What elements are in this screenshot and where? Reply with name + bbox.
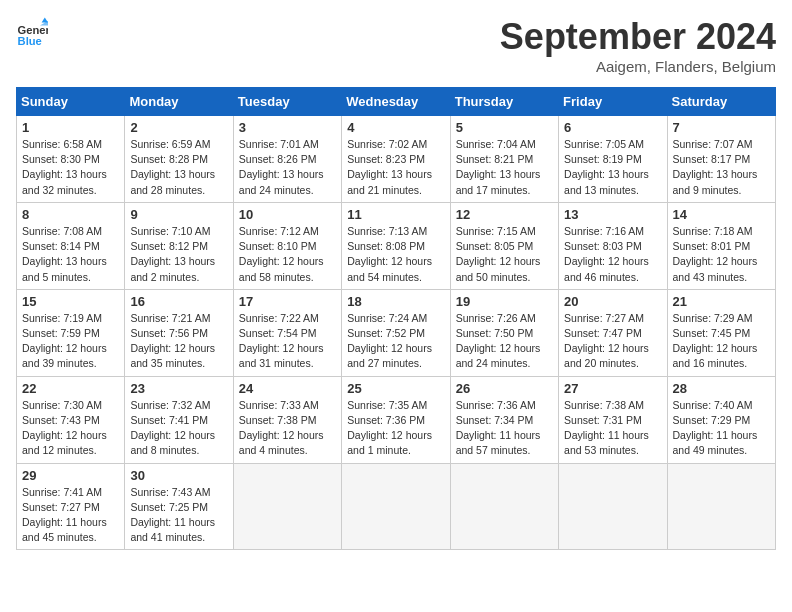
day-info: Sunrise: 6:58 AMSunset: 8:30 PMDaylight:…: [22, 138, 107, 196]
day-cell-1: 1Sunrise: 6:58 AMSunset: 8:30 PMDaylight…: [17, 116, 125, 203]
day-cell-29: 29Sunrise: 7:41 AMSunset: 7:27 PMDayligh…: [17, 463, 125, 550]
day-info: Sunrise: 7:30 AMSunset: 7:43 PMDaylight:…: [22, 399, 107, 457]
day-info: Sunrise: 7:08 AMSunset: 8:14 PMDaylight:…: [22, 225, 107, 283]
header-friday: Friday: [559, 88, 667, 116]
day-cell-3: 3Sunrise: 7:01 AMSunset: 8:26 PMDaylight…: [233, 116, 341, 203]
day-cell-27: 27Sunrise: 7:38 AMSunset: 7:31 PMDayligh…: [559, 376, 667, 463]
day-info: Sunrise: 7:12 AMSunset: 8:10 PMDaylight:…: [239, 225, 324, 283]
day-number: 3: [239, 120, 336, 135]
day-cell-14: 14Sunrise: 7:18 AMSunset: 8:01 PMDayligh…: [667, 202, 775, 289]
day-info: Sunrise: 7:15 AMSunset: 8:05 PMDaylight:…: [456, 225, 541, 283]
week-row-1: 1Sunrise: 6:58 AMSunset: 8:30 PMDaylight…: [17, 116, 776, 203]
header-saturday: Saturday: [667, 88, 775, 116]
day-number: 27: [564, 381, 661, 396]
day-number: 21: [673, 294, 770, 309]
day-cell-11: 11Sunrise: 7:13 AMSunset: 8:08 PMDayligh…: [342, 202, 450, 289]
logo: General Blue: [16, 16, 48, 48]
day-cell-5: 5Sunrise: 7:04 AMSunset: 8:21 PMDaylight…: [450, 116, 558, 203]
day-info: Sunrise: 7:21 AMSunset: 7:56 PMDaylight:…: [130, 312, 215, 370]
day-info: Sunrise: 7:35 AMSunset: 7:36 PMDaylight:…: [347, 399, 432, 457]
week-row-4: 22Sunrise: 7:30 AMSunset: 7:43 PMDayligh…: [17, 376, 776, 463]
day-cell-10: 10Sunrise: 7:12 AMSunset: 8:10 PMDayligh…: [233, 202, 341, 289]
day-cell-13: 13Sunrise: 7:16 AMSunset: 8:03 PMDayligh…: [559, 202, 667, 289]
week-row-3: 15Sunrise: 7:19 AMSunset: 7:59 PMDayligh…: [17, 289, 776, 376]
day-cell-20: 20Sunrise: 7:27 AMSunset: 7:47 PMDayligh…: [559, 289, 667, 376]
day-cell-22: 22Sunrise: 7:30 AMSunset: 7:43 PMDayligh…: [17, 376, 125, 463]
day-number: 15: [22, 294, 119, 309]
day-info: Sunrise: 7:33 AMSunset: 7:38 PMDaylight:…: [239, 399, 324, 457]
weekday-header-row: Sunday Monday Tuesday Wednesday Thursday…: [17, 88, 776, 116]
day-number: 25: [347, 381, 444, 396]
day-cell-24: 24Sunrise: 7:33 AMSunset: 7:38 PMDayligh…: [233, 376, 341, 463]
day-cell-26: 26Sunrise: 7:36 AMSunset: 7:34 PMDayligh…: [450, 376, 558, 463]
header-thursday: Thursday: [450, 88, 558, 116]
day-cell-6: 6Sunrise: 7:05 AMSunset: 8:19 PMDaylight…: [559, 116, 667, 203]
empty-cell-4-6: [667, 463, 775, 550]
day-number: 23: [130, 381, 227, 396]
header-sunday: Sunday: [17, 88, 125, 116]
day-info: Sunrise: 7:02 AMSunset: 8:23 PMDaylight:…: [347, 138, 432, 196]
day-number: 9: [130, 207, 227, 222]
day-cell-21: 21Sunrise: 7:29 AMSunset: 7:45 PMDayligh…: [667, 289, 775, 376]
day-number: 24: [239, 381, 336, 396]
day-number: 1: [22, 120, 119, 135]
day-number: 26: [456, 381, 553, 396]
day-info: Sunrise: 7:22 AMSunset: 7:54 PMDaylight:…: [239, 312, 324, 370]
day-cell-19: 19Sunrise: 7:26 AMSunset: 7:50 PMDayligh…: [450, 289, 558, 376]
day-number: 2: [130, 120, 227, 135]
empty-cell-4-5: [559, 463, 667, 550]
day-cell-12: 12Sunrise: 7:15 AMSunset: 8:05 PMDayligh…: [450, 202, 558, 289]
day-number: 10: [239, 207, 336, 222]
calendar-table: Sunday Monday Tuesday Wednesday Thursday…: [16, 87, 776, 550]
day-number: 20: [564, 294, 661, 309]
day-cell-9: 9Sunrise: 7:10 AMSunset: 8:12 PMDaylight…: [125, 202, 233, 289]
day-number: 19: [456, 294, 553, 309]
day-number: 29: [22, 468, 119, 483]
day-number: 28: [673, 381, 770, 396]
day-info: Sunrise: 7:05 AMSunset: 8:19 PMDaylight:…: [564, 138, 649, 196]
header-monday: Monday: [125, 88, 233, 116]
day-info: Sunrise: 7:36 AMSunset: 7:34 PMDaylight:…: [456, 399, 541, 457]
day-info: Sunrise: 6:59 AMSunset: 8:28 PMDaylight:…: [130, 138, 215, 196]
page-header: General Blue September 2024 Aaigem, Flan…: [16, 16, 776, 75]
svg-text:Blue: Blue: [18, 35, 42, 47]
title-area: September 2024 Aaigem, Flanders, Belgium: [500, 16, 776, 75]
day-number: 17: [239, 294, 336, 309]
day-cell-8: 8Sunrise: 7:08 AMSunset: 8:14 PMDaylight…: [17, 202, 125, 289]
day-info: Sunrise: 7:16 AMSunset: 8:03 PMDaylight:…: [564, 225, 649, 283]
day-info: Sunrise: 7:01 AMSunset: 8:26 PMDaylight:…: [239, 138, 324, 196]
day-number: 4: [347, 120, 444, 135]
day-cell-30: 30Sunrise: 7:43 AMSunset: 7:25 PMDayligh…: [125, 463, 233, 550]
day-info: Sunrise: 7:43 AMSunset: 7:25 PMDaylight:…: [130, 486, 215, 544]
day-info: Sunrise: 7:41 AMSunset: 7:27 PMDaylight:…: [22, 486, 107, 544]
day-cell-17: 17Sunrise: 7:22 AMSunset: 7:54 PMDayligh…: [233, 289, 341, 376]
day-info: Sunrise: 7:40 AMSunset: 7:29 PMDaylight:…: [673, 399, 758, 457]
header-tuesday: Tuesday: [233, 88, 341, 116]
day-info: Sunrise: 7:13 AMSunset: 8:08 PMDaylight:…: [347, 225, 432, 283]
empty-cell-4-2: [233, 463, 341, 550]
empty-cell-4-3: [342, 463, 450, 550]
location: Aaigem, Flanders, Belgium: [500, 58, 776, 75]
empty-cell-4-4: [450, 463, 558, 550]
logo-icon: General Blue: [16, 16, 48, 48]
day-info: Sunrise: 7:18 AMSunset: 8:01 PMDaylight:…: [673, 225, 758, 283]
day-number: 13: [564, 207, 661, 222]
week-row-5: 29Sunrise: 7:41 AMSunset: 7:27 PMDayligh…: [17, 463, 776, 550]
day-number: 11: [347, 207, 444, 222]
day-number: 30: [130, 468, 227, 483]
day-info: Sunrise: 7:27 AMSunset: 7:47 PMDaylight:…: [564, 312, 649, 370]
week-row-2: 8Sunrise: 7:08 AMSunset: 8:14 PMDaylight…: [17, 202, 776, 289]
day-number: 7: [673, 120, 770, 135]
day-info: Sunrise: 7:10 AMSunset: 8:12 PMDaylight:…: [130, 225, 215, 283]
day-info: Sunrise: 7:07 AMSunset: 8:17 PMDaylight:…: [673, 138, 758, 196]
month-title: September 2024: [500, 16, 776, 58]
day-cell-25: 25Sunrise: 7:35 AMSunset: 7:36 PMDayligh…: [342, 376, 450, 463]
day-cell-16: 16Sunrise: 7:21 AMSunset: 7:56 PMDayligh…: [125, 289, 233, 376]
header-wednesday: Wednesday: [342, 88, 450, 116]
day-number: 22: [22, 381, 119, 396]
day-info: Sunrise: 7:32 AMSunset: 7:41 PMDaylight:…: [130, 399, 215, 457]
day-number: 14: [673, 207, 770, 222]
day-number: 18: [347, 294, 444, 309]
day-number: 12: [456, 207, 553, 222]
day-info: Sunrise: 7:29 AMSunset: 7:45 PMDaylight:…: [673, 312, 758, 370]
